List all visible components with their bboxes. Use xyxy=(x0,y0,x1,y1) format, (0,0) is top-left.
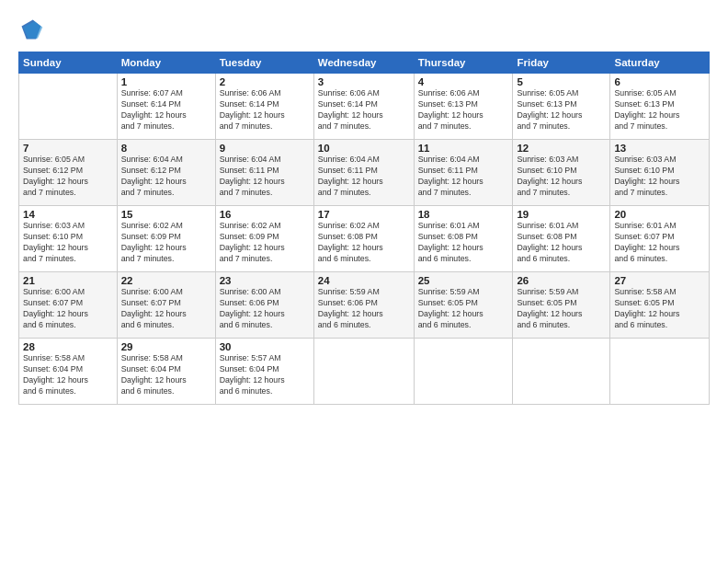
calendar-cell: 7Sunrise: 6:05 AMSunset: 6:12 PMDaylight… xyxy=(19,140,118,206)
day-info: Sunrise: 5:58 AMSunset: 6:04 PMDaylight:… xyxy=(121,353,211,397)
calendar-cell: 4Sunrise: 6:06 AMSunset: 6:13 PMDaylight… xyxy=(414,74,513,140)
calendar-cell: 23Sunrise: 6:00 AMSunset: 6:06 PMDayligh… xyxy=(215,272,313,339)
calendar-cell: 8Sunrise: 6:04 AMSunset: 6:12 PMDaylight… xyxy=(117,140,215,206)
day-number: 6 xyxy=(614,76,705,87)
day-info: Sunrise: 6:03 AMSunset: 6:10 PMDaylight:… xyxy=(517,155,606,199)
day-number: 4 xyxy=(418,76,509,87)
day-number: 12 xyxy=(517,143,606,154)
logo-icon xyxy=(18,17,44,42)
calendar-cell: 16Sunrise: 6:02 AMSunset: 6:09 PMDayligh… xyxy=(215,206,313,272)
day-info: Sunrise: 6:00 AMSunset: 6:07 PMDaylight:… xyxy=(121,287,211,331)
calendar-cell: 2Sunrise: 6:06 AMSunset: 6:14 PMDaylight… xyxy=(215,74,313,140)
calendar-day-header: Wednesday xyxy=(313,52,414,74)
day-number: 16 xyxy=(220,209,310,220)
calendar-cell: 5Sunrise: 6:05 AMSunset: 6:13 PMDaylight… xyxy=(513,74,610,140)
day-info: Sunrise: 6:01 AMSunset: 6:08 PMDaylight:… xyxy=(517,221,606,265)
calendar-cell: 14Sunrise: 6:03 AMSunset: 6:10 PMDayligh… xyxy=(19,206,118,272)
calendar-cell: 12Sunrise: 6:03 AMSunset: 6:10 PMDayligh… xyxy=(513,140,610,206)
day-number: 7 xyxy=(23,143,113,154)
calendar-cell: 17Sunrise: 6:02 AMSunset: 6:08 PMDayligh… xyxy=(313,206,414,272)
calendar-week-row: 21Sunrise: 6:00 AMSunset: 6:07 PMDayligh… xyxy=(19,272,710,339)
day-number: 21 xyxy=(23,275,113,286)
day-info: Sunrise: 5:59 AMSunset: 6:06 PMDaylight:… xyxy=(318,287,410,331)
day-number: 14 xyxy=(23,209,113,220)
day-info: Sunrise: 6:06 AMSunset: 6:13 PMDaylight:… xyxy=(418,88,509,132)
calendar-cell: 9Sunrise: 6:04 AMSunset: 6:11 PMDaylight… xyxy=(215,140,313,206)
day-info: Sunrise: 5:59 AMSunset: 6:05 PMDaylight:… xyxy=(418,287,509,331)
logo xyxy=(18,17,48,42)
day-number: 2 xyxy=(220,76,310,87)
calendar-day-header: Thursday xyxy=(414,52,513,74)
day-info: Sunrise: 6:01 AMSunset: 6:08 PMDaylight:… xyxy=(418,221,509,265)
day-number: 25 xyxy=(418,275,509,286)
day-number: 11 xyxy=(418,143,509,154)
day-number: 20 xyxy=(614,209,705,220)
calendar-cell: 25Sunrise: 5:59 AMSunset: 6:05 PMDayligh… xyxy=(414,272,513,339)
day-info: Sunrise: 5:58 AMSunset: 6:04 PMDaylight:… xyxy=(23,353,113,397)
day-info: Sunrise: 5:57 AMSunset: 6:04 PMDaylight:… xyxy=(220,353,310,397)
calendar-cell xyxy=(313,339,414,405)
day-info: Sunrise: 6:04 AMSunset: 6:11 PMDaylight:… xyxy=(220,155,310,199)
page: SundayMondayTuesdayWednesdayThursdayFrid… xyxy=(0,0,728,563)
day-number: 30 xyxy=(220,341,310,352)
calendar-day-header: Sunday xyxy=(19,52,118,74)
day-info: Sunrise: 5:59 AMSunset: 6:05 PMDaylight:… xyxy=(517,287,606,331)
calendar-cell: 19Sunrise: 6:01 AMSunset: 6:08 PMDayligh… xyxy=(513,206,610,272)
day-info: Sunrise: 6:06 AMSunset: 6:14 PMDaylight:… xyxy=(318,88,410,132)
day-number: 18 xyxy=(418,209,509,220)
calendar-cell: 22Sunrise: 6:00 AMSunset: 6:07 PMDayligh… xyxy=(117,272,215,339)
calendar-cell: 15Sunrise: 6:02 AMSunset: 6:09 PMDayligh… xyxy=(117,206,215,272)
calendar-cell: 27Sunrise: 5:58 AMSunset: 6:05 PMDayligh… xyxy=(610,272,710,339)
calendar-cell xyxy=(414,339,513,405)
day-info: Sunrise: 6:05 AMSunset: 6:12 PMDaylight:… xyxy=(23,155,113,199)
day-number: 5 xyxy=(517,76,606,87)
calendar-cell: 18Sunrise: 6:01 AMSunset: 6:08 PMDayligh… xyxy=(414,206,513,272)
day-info: Sunrise: 6:06 AMSunset: 6:14 PMDaylight:… xyxy=(220,88,310,132)
calendar-week-row: 28Sunrise: 5:58 AMSunset: 6:04 PMDayligh… xyxy=(19,339,710,405)
calendar-cell xyxy=(610,339,710,405)
calendar-table: SundayMondayTuesdayWednesdayThursdayFrid… xyxy=(18,52,710,405)
day-number: 9 xyxy=(220,143,310,154)
day-info: Sunrise: 6:03 AMSunset: 6:10 PMDaylight:… xyxy=(23,221,113,265)
day-number: 13 xyxy=(614,143,705,154)
calendar-cell xyxy=(19,74,118,140)
calendar-cell: 28Sunrise: 5:58 AMSunset: 6:04 PMDayligh… xyxy=(19,339,118,405)
calendar-cell: 6Sunrise: 6:05 AMSunset: 6:13 PMDaylight… xyxy=(610,74,710,140)
day-info: Sunrise: 6:07 AMSunset: 6:14 PMDaylight:… xyxy=(121,88,211,132)
calendar-day-header: Tuesday xyxy=(215,52,313,74)
calendar-cell: 21Sunrise: 6:00 AMSunset: 6:07 PMDayligh… xyxy=(19,272,118,339)
calendar-cell xyxy=(513,339,610,405)
day-number: 19 xyxy=(517,209,606,220)
day-info: Sunrise: 6:04 AMSunset: 6:11 PMDaylight:… xyxy=(418,155,509,199)
day-info: Sunrise: 6:04 AMSunset: 6:12 PMDaylight:… xyxy=(121,155,211,199)
day-number: 28 xyxy=(23,341,113,352)
day-info: Sunrise: 6:00 AMSunset: 6:06 PMDaylight:… xyxy=(220,287,310,331)
day-number: 3 xyxy=(318,76,410,87)
calendar-day-header: Monday xyxy=(117,52,215,74)
day-number: 26 xyxy=(517,275,606,286)
day-number: 10 xyxy=(318,143,410,154)
day-info: Sunrise: 6:02 AMSunset: 6:09 PMDaylight:… xyxy=(121,221,211,265)
calendar-cell: 10Sunrise: 6:04 AMSunset: 6:11 PMDayligh… xyxy=(313,140,414,206)
day-info: Sunrise: 6:02 AMSunset: 6:08 PMDaylight:… xyxy=(318,221,410,265)
calendar-day-header: Saturday xyxy=(610,52,710,74)
day-number: 1 xyxy=(121,76,211,87)
day-number: 22 xyxy=(121,275,211,286)
calendar-cell: 3Sunrise: 6:06 AMSunset: 6:14 PMDaylight… xyxy=(313,74,414,140)
day-info: Sunrise: 6:03 AMSunset: 6:10 PMDaylight:… xyxy=(614,155,705,199)
header xyxy=(18,17,710,42)
day-number: 27 xyxy=(614,275,705,286)
day-info: Sunrise: 6:04 AMSunset: 6:11 PMDaylight:… xyxy=(318,155,410,199)
day-number: 29 xyxy=(121,341,211,352)
day-info: Sunrise: 6:05 AMSunset: 6:13 PMDaylight:… xyxy=(614,88,705,132)
calendar-cell: 20Sunrise: 6:01 AMSunset: 6:07 PMDayligh… xyxy=(610,206,710,272)
calendar-cell: 30Sunrise: 5:57 AMSunset: 6:04 PMDayligh… xyxy=(215,339,313,405)
day-info: Sunrise: 6:05 AMSunset: 6:13 PMDaylight:… xyxy=(517,88,606,132)
calendar-week-row: 14Sunrise: 6:03 AMSunset: 6:10 PMDayligh… xyxy=(19,206,710,272)
calendar-header-row: SundayMondayTuesdayWednesdayThursdayFrid… xyxy=(19,52,710,74)
calendar-cell: 1Sunrise: 6:07 AMSunset: 6:14 PMDaylight… xyxy=(117,74,215,140)
calendar-cell: 11Sunrise: 6:04 AMSunset: 6:11 PMDayligh… xyxy=(414,140,513,206)
day-number: 17 xyxy=(318,209,410,220)
calendar-cell: 24Sunrise: 5:59 AMSunset: 6:06 PMDayligh… xyxy=(313,272,414,339)
calendar-week-row: 7Sunrise: 6:05 AMSunset: 6:12 PMDaylight… xyxy=(19,140,710,206)
